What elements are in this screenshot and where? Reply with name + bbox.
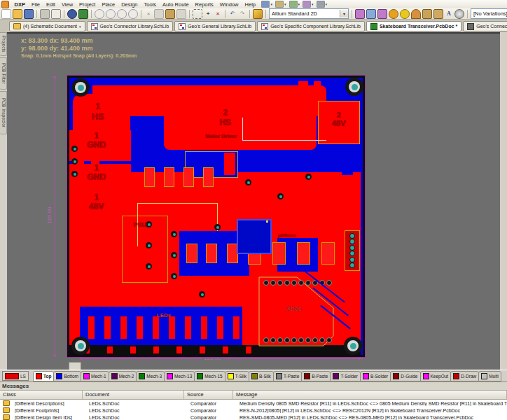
- column-class[interactable]: Class: [0, 391, 83, 399]
- menu-reports[interactable]: Reports: [192, 1, 216, 8]
- panel-tab-pcb-inspector[interactable]: PCB Inspector: [0, 91, 7, 134]
- arc-icon[interactable]: [411, 9, 421, 19]
- separator: [249, 10, 250, 18]
- tab-label: Skateboard Transceiver.PcbDoc *: [380, 24, 457, 29]
- move-object-icon[interactable]: +: [204, 10, 212, 18]
- cut-icon[interactable]: ×: [144, 10, 153, 18]
- message-row[interactable]: [Different Footprints] LEDs.SchDoc Compa…: [0, 407, 507, 414]
- print-icon[interactable]: [40, 9, 50, 19]
- panel-tab-projects[interactable]: Projects: [0, 32, 7, 56]
- layer-tab-mech13[interactable]: Mech-13: [164, 371, 195, 382]
- caret-icon[interactable]: ▾: [270, 2, 272, 6]
- zoom-in-icon[interactable]: [117, 9, 127, 19]
- tab-skateboard-pcbdoc[interactable]: Skateboard Transceiver.PcbDoc *: [366, 21, 461, 31]
- fill-icon[interactable]: [422, 9, 432, 19]
- component-placement-icon[interactable]: [454, 9, 464, 19]
- layer-tab-ddraw[interactable]: D-Draw: [450, 371, 479, 382]
- interactive-routing-icon[interactable]: [355, 9, 365, 19]
- layer-tab-mech15[interactable]: Mech-15: [194, 371, 225, 382]
- menu-view[interactable]: View: [58, 1, 76, 8]
- layer-tab-multi[interactable]: Multi: [478, 371, 501, 382]
- zoom-area-icon[interactable]: [106, 9, 116, 19]
- clear-filter-icon[interactable]: ×: [214, 10, 222, 18]
- track-icon[interactable]: [366, 9, 376, 19]
- layer-tab-tsolder[interactable]: T-Solder: [330, 371, 361, 382]
- open-document-icon[interactable]: [13, 9, 22, 19]
- pcb-board[interactable]: 1 HS 2 HS Motor Driver 1 GND 1 GND 1 48V…: [67, 75, 366, 358]
- layer-tab-bsilk[interactable]: B-Silk: [249, 371, 274, 382]
- column-source[interactable]: Source: [184, 391, 233, 399]
- menu-project[interactable]: Project: [76, 1, 99, 8]
- layer-set-button[interactable]: LS: [2, 371, 29, 381]
- zoom-document-icon[interactable]: [95, 9, 104, 19]
- differential-pair-icon[interactable]: [377, 9, 387, 19]
- undo-icon[interactable]: ↶: [228, 10, 237, 18]
- grid-icon[interactable]: [317, 1, 325, 8]
- tab-geos-connector-schlib[interactable]: Geo's Connector Library.SchLib: [87, 21, 173, 31]
- menu-window[interactable]: Window: [216, 1, 242, 8]
- microcontroller-qfp[interactable]: [237, 219, 272, 254]
- tab-geos-general-schlib[interactable]: Geo's General Library.SchLib: [174, 21, 256, 31]
- print-preview-icon[interactable]: [51, 9, 61, 19]
- pcblib-icon: [467, 23, 474, 30]
- caret-icon[interactable]: ▾: [298, 2, 300, 6]
- layer-tab-mech3[interactable]: Mech-3: [136, 371, 165, 382]
- tab-geos-specific-schlib[interactable]: Geo's Specific Component Library.SchLib: [257, 21, 365, 31]
- view-icon[interactable]: [67, 9, 77, 19]
- new-document-icon[interactable]: [1, 9, 11, 19]
- layer-tab-top[interactable]: Top: [33, 371, 54, 382]
- snippets-icon[interactable]: [261, 1, 270, 8]
- clipboard-icon[interactable]: [289, 1, 298, 8]
- column-document[interactable]: Document: [83, 391, 184, 399]
- pad-icon[interactable]: [389, 9, 398, 19]
- layer-tab-mech1[interactable]: Mech-1: [81, 371, 109, 382]
- menu-file[interactable]: File: [28, 1, 43, 8]
- menu-tools[interactable]: Tools: [141, 1, 160, 8]
- variations-combo[interactable]: [No Variations] ▾: [471, 8, 507, 19]
- menu-place[interactable]: Place: [99, 1, 118, 8]
- layer-tab-keepout[interactable]: KeepOut: [420, 371, 452, 382]
- via-icon[interactable]: [400, 9, 410, 19]
- tab-schematic-group[interactable]: (4) Schematic Document ▾: [9, 21, 85, 31]
- layer-tab-bsolder[interactable]: B-Solder: [360, 371, 391, 382]
- copy-icon[interactable]: [154, 9, 164, 19]
- layer-tab-bottom[interactable]: Bottom: [53, 371, 81, 382]
- menu-help[interactable]: Help: [242, 1, 258, 8]
- message-row[interactable]: [Different Descriptions] LEDs.SchDoc Com…: [0, 400, 507, 407]
- save-icon[interactable]: [24, 9, 34, 19]
- label-leds: LEDs: [150, 312, 178, 318]
- tab-geos-connector-pcblib[interactable]: Geo's Connector Library.PcbLib: [463, 21, 507, 31]
- favorites-icon[interactable]: [275, 1, 284, 8]
- select-area-icon[interactable]: [193, 9, 202, 19]
- caret-icon[interactable]: ▾: [326, 2, 328, 6]
- view-mode-combo[interactable]: Altium Standard 2D ▾: [269, 8, 349, 19]
- wand-icon[interactable]: [253, 9, 263, 19]
- menu-dxp[interactable]: DXP: [11, 1, 28, 8]
- zoom-selected-icon[interactable]: [128, 9, 138, 19]
- layer-tab-bpaste[interactable]: B-Paste: [301, 371, 331, 382]
- string-icon[interactable]: A: [445, 10, 453, 18]
- message-row[interactable]: [Different Design Item IDs] LEDs.SchDoc …: [0, 414, 507, 420]
- pcb-canvas[interactable]: x: 83.300 dx: 93.400 mm y: 98.000 dy: 41…: [7, 32, 500, 370]
- menu-autoroute[interactable]: Auto Route: [160, 1, 193, 8]
- room-icon[interactable]: [433, 9, 443, 19]
- menu-design[interactable]: Design: [118, 1, 141, 8]
- caret-icon[interactable]: ▾: [284, 2, 286, 6]
- redo-icon[interactable]: ↷: [238, 10, 246, 18]
- layer-tab-dguide[interactable]: D-Guide: [390, 371, 420, 382]
- column-message[interactable]: Message: [233, 391, 507, 399]
- layer-tab-tpaste[interactable]: T-Paste: [273, 371, 302, 382]
- layer-tab-tsilk[interactable]: T-Silk: [225, 371, 249, 382]
- panel-tab-pcb-filter[interactable]: PCB Filter: [0, 57, 7, 90]
- separator: [141, 10, 141, 18]
- caret-icon[interactable]: ▾: [312, 2, 314, 6]
- menu-edit[interactable]: Edit: [43, 1, 59, 8]
- dropdown-arrow-icon[interactable]: ▾: [340, 10, 348, 18]
- paste-recall-icon[interactable]: [176, 9, 186, 19]
- header-connector[interactable]: [345, 230, 360, 271]
- mask-icon[interactable]: [303, 1, 311, 8]
- paste-icon[interactable]: [165, 9, 175, 19]
- browse-component-icon[interactable]: [78, 9, 88, 19]
- horizontal-scrollbar-thumb[interactable]: [69, 362, 81, 370]
- layer-tab-mech2[interactable]: Mech-2: [109, 371, 137, 382]
